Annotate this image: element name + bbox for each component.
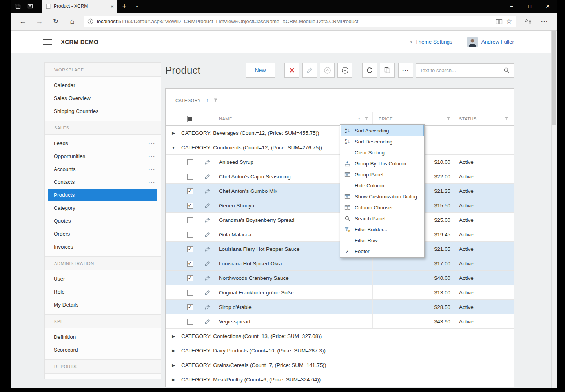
sidebar-section-title[interactable]: KPI: [45, 314, 161, 328]
sidebar-section-title[interactable]: SALES: [45, 121, 161, 135]
set-aside-tabs-icon[interactable]: [25, 0, 36, 13]
select-all-checkbox[interactable]: [181, 112, 199, 125]
tab-list-chevron-icon[interactable]: ▾: [131, 0, 142, 13]
row-checkbox[interactable]: [187, 290, 193, 296]
edit-row-button[interactable]: [199, 169, 216, 183]
context-menu-item[interactable]: Filter Row: [341, 235, 424, 246]
sidebar-item[interactable]: Shipping Countries: [45, 105, 161, 118]
search-icon[interactable]: [503, 67, 510, 73]
context-menu-item[interactable]: Group Panel: [341, 169, 424, 180]
sidebar-item[interactable]: User: [45, 272, 161, 285]
sidebar-item[interactable]: Sales Overview: [45, 92, 161, 105]
theme-settings-link[interactable]: Theme Settings: [415, 39, 452, 45]
edit-row-button[interactable]: [199, 256, 216, 270]
expand-group-icon[interactable]: ▶: [172, 377, 175, 382]
row-checkbox[interactable]: ✓: [187, 261, 193, 267]
row-checkbox[interactable]: ✓: [187, 275, 193, 281]
hub-favorites-icon[interactable]: [520, 15, 536, 29]
expand-group-icon[interactable]: ▶: [172, 131, 175, 135]
sidebar-item[interactable]: My Details: [45, 298, 161, 311]
expand-group-icon[interactable]: ▶: [172, 334, 175, 338]
export-button[interactable]: [380, 63, 395, 78]
table-row[interactable]: Original Frankfurter grüne Soße $13.00 A…: [166, 285, 514, 300]
edit-row-button[interactable]: [199, 198, 216, 212]
row-checkbox[interactable]: ✓: [187, 203, 193, 209]
delete-button[interactable]: [284, 63, 299, 78]
expand-group-icon[interactable]: ▶: [172, 363, 175, 367]
user-name-link[interactable]: Andrew Fuller: [481, 39, 514, 45]
filter-icon[interactable]: [447, 116, 451, 122]
browser-tab[interactable]: Product - XCRM ×: [42, 0, 117, 13]
row-checkbox[interactable]: [187, 217, 193, 223]
favorite-star-icon[interactable]: ☆: [506, 17, 512, 25]
edit-row-button[interactable]: [199, 184, 216, 198]
edit-row-button[interactable]: [199, 242, 216, 256]
hamburger-menu-icon[interactable]: [43, 39, 52, 45]
address-bar[interactable]: localhost:51193/Default.aspx#ViewID=CRMP…: [84, 16, 516, 27]
sidebar-item[interactable]: Products: [48, 189, 157, 201]
context-menu-item[interactable]: Hide Column: [341, 180, 424, 191]
row-checkbox[interactable]: ✓: [187, 304, 193, 310]
more-options-icon[interactable]: ···: [149, 140, 156, 146]
group-chip-category[interactable]: CATEGORY ↑: [170, 94, 223, 107]
url-text[interactable]: localhost:51193/Default.aspx#ViewID=CRMP…: [97, 18, 492, 24]
sidebar-item[interactable]: Scorecard: [45, 343, 161, 356]
sidebar-section-title[interactable]: WORKPLACE: [45, 63, 161, 77]
context-menu-item[interactable]: Filter Builder...: [341, 224, 424, 235]
maximize-button[interactable]: □: [521, 0, 539, 13]
context-menu-item[interactable]: Group By This Column: [341, 158, 424, 169]
column-header-price[interactable]: PRICE: [373, 112, 455, 125]
collapse-group-icon[interactable]: ▼: [171, 145, 175, 150]
more-options-icon[interactable]: ···: [149, 179, 156, 185]
row-checkbox[interactable]: [187, 319, 193, 325]
select-all-checkbox-box[interactable]: [187, 116, 193, 122]
sidebar-item[interactable]: Calendar: [45, 79, 161, 92]
user-avatar[interactable]: [467, 37, 478, 47]
minimize-button[interactable]: −: [503, 0, 521, 13]
sidebar-item[interactable]: Contacts ···: [45, 176, 161, 189]
back-icon[interactable]: ←: [15, 15, 31, 29]
home-icon[interactable]: ⌂: [64, 15, 80, 29]
edit-row-button[interactable]: [199, 213, 216, 227]
forward-icon[interactable]: →: [31, 15, 47, 29]
sidebar-section-title[interactable]: REPORTS: [45, 359, 161, 374]
edit-row-button[interactable]: [199, 285, 216, 299]
context-menu-item[interactable]: Show Customization Dialog: [341, 191, 424, 202]
more-commands-button[interactable]: ···: [398, 63, 413, 78]
sidebar-item[interactable]: Accounts ···: [45, 163, 161, 176]
search-input[interactable]: [420, 67, 503, 73]
group-row[interactable]: ▶ CATEGORY: Grains/Cereals (Count=7, (Pr…: [166, 358, 514, 372]
row-checkbox[interactable]: ✓: [187, 188, 193, 194]
edit-row-button[interactable]: [199, 155, 216, 169]
refresh-button[interactable]: [362, 63, 377, 78]
tab-preview-icon[interactable]: [12, 0, 24, 13]
sidebar-item[interactable]: Quotes: [45, 214, 161, 227]
scrollbar-thumb[interactable]: [552, 31, 556, 125]
validate-down-button[interactable]: [337, 63, 352, 78]
table-row[interactable]: ✓ Northwoods Cranberry Sauce $40.00: [166, 271, 514, 285]
sidebar-item[interactable]: Definition: [45, 330, 161, 343]
row-checkbox[interactable]: [187, 174, 193, 180]
browser-more-icon[interactable]: ···: [536, 15, 553, 29]
context-menu-item[interactable]: Clear Sorting: [341, 147, 424, 158]
reading-view-icon[interactable]: [496, 19, 503, 24]
new-tab-button[interactable]: +: [117, 0, 131, 13]
column-header-name[interactable]: NAME ↑: [216, 112, 373, 125]
sidebar-item[interactable]: Orders: [45, 227, 161, 240]
column-header-status[interactable]: STATUS: [455, 112, 514, 125]
filter-icon[interactable]: [364, 116, 368, 122]
edit-row-button[interactable]: [199, 314, 216, 328]
row-checkbox[interactable]: [187, 159, 193, 165]
site-info-icon[interactable]: [87, 18, 93, 24]
sidebar-item[interactable]: Role: [45, 285, 161, 298]
filter-icon[interactable]: [505, 116, 509, 122]
context-menu-item[interactable]: ✓ Footer: [341, 246, 424, 257]
edit-row-button[interactable]: [199, 227, 216, 241]
context-menu-item[interactable]: AZ↓ Sort Ascending: [341, 125, 424, 136]
validate-up-button[interactable]: [320, 63, 335, 78]
sidebar-item[interactable]: Opportunities ···: [45, 150, 161, 163]
row-checkbox[interactable]: ✓: [187, 246, 193, 252]
filter-icon[interactable]: [213, 97, 218, 104]
group-row[interactable]: ▶ CATEGORY: Meat/Poultry (Count=6, (Pric…: [166, 372, 514, 387]
context-menu-item[interactable]: Search Panel: [341, 213, 424, 224]
